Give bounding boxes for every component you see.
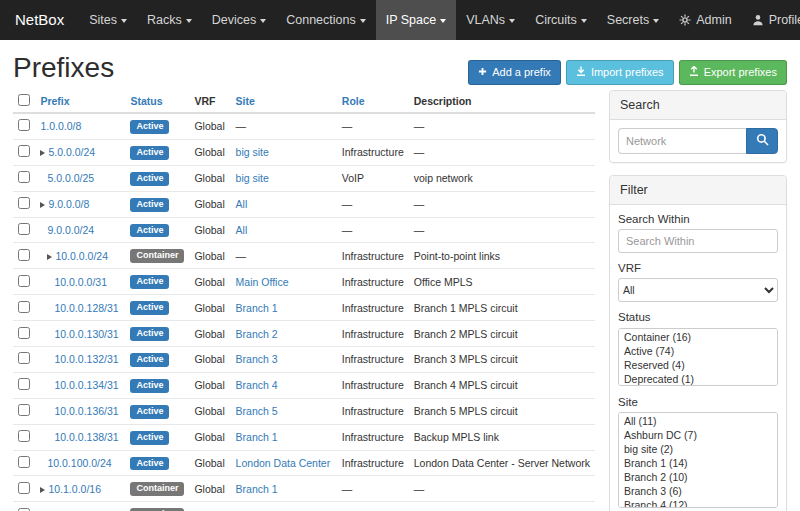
prefix-link[interactable]: 10.1.0.0/16	[48, 483, 101, 495]
filter-option[interactable]: Ashburn DC (7)	[620, 428, 776, 442]
site-select[interactable]: All (11)Ashburn DC (7)big site (2)Branch…	[618, 412, 778, 508]
vrf-cell: Global	[189, 450, 230, 476]
vrf-cell: Global	[189, 424, 230, 450]
vrf-select[interactable]: All	[618, 278, 778, 302]
site-link[interactable]: big site	[236, 146, 269, 158]
filter-option[interactable]: Container (16)	[620, 330, 776, 344]
description-cell: Office MPLS	[409, 269, 595, 295]
import-prefixes-button[interactable]: Import prefixes	[566, 60, 674, 85]
site-link[interactable]: Branch 2	[236, 328, 278, 340]
search-within-label: Search Within	[618, 213, 778, 226]
filter-option[interactable]: Active (74)	[620, 344, 776, 358]
search-panel-heading: Search	[610, 91, 786, 120]
row-checkbox[interactable]	[18, 352, 30, 364]
site-cell: Branch 1	[231, 476, 337, 502]
filter-option[interactable]: Reserved (4)	[620, 358, 776, 372]
row-checkbox[interactable]	[18, 430, 30, 442]
site-link[interactable]: Branch 3	[236, 353, 278, 365]
table-row: 10.0.0.130/31ActiveGlobalBranch 2Infrast…	[13, 321, 595, 347]
prefix-link[interactable]: 10.0.0.136/31	[54, 405, 118, 417]
role-cell: Infrastructure	[337, 398, 409, 424]
site-link[interactable]: Branch 1	[236, 431, 278, 443]
column-header-status[interactable]: Status	[125, 90, 189, 113]
prefix-link[interactable]: 10.0.0.132/31	[54, 353, 118, 365]
prefix-link[interactable]: 10.0.100.0/24	[47, 457, 111, 469]
prefix-link[interactable]: 10.0.0.128/31	[54, 302, 118, 314]
add-prefix-button[interactable]: Add a prefix	[468, 60, 561, 85]
site-link[interactable]: All	[236, 198, 248, 210]
site-link[interactable]: Branch 5	[236, 405, 278, 417]
select-all-checkbox[interactable]	[18, 94, 30, 106]
status-select[interactable]: Container (16)Active (74)Reserved (4)Dep…	[618, 328, 778, 386]
description-cell: Branch 3 MPLS circuit	[409, 347, 595, 373]
site-link[interactable]: Branch 1	[236, 483, 278, 495]
row-checkbox[interactable]	[18, 482, 30, 494]
row-checkbox[interactable]	[18, 456, 30, 468]
row-checkbox[interactable]	[18, 223, 30, 235]
row-checkbox[interactable]	[18, 197, 30, 209]
prefix-link[interactable]: 5.0.0.0/24	[48, 146, 95, 158]
column-header-site[interactable]: Site	[231, 90, 337, 113]
row-checkbox[interactable]	[18, 301, 30, 313]
prefix-link[interactable]: 9.0.0.0/24	[47, 224, 94, 236]
prefix-link[interactable]: 10.0.0.0/31	[54, 276, 107, 288]
description-cell: Branch 5 MPLS circuit	[409, 398, 595, 424]
filter-option[interactable]: Branch 4 (12)	[620, 498, 776, 508]
prefix-link[interactable]: 10.0.0.134/31	[54, 379, 118, 391]
nav-item-sites[interactable]: Sites	[79, 0, 137, 40]
site-link[interactable]: All	[236, 224, 248, 236]
row-checkbox[interactable]	[18, 404, 30, 416]
prefix-link[interactable]: 9.0.0.0/8	[48, 198, 89, 210]
filter-option[interactable]: Branch 3 (6)	[620, 484, 776, 498]
nav-item-secrets[interactable]: Secrets	[597, 0, 669, 40]
app-brand[interactable]: NetBox	[0, 0, 79, 40]
filter-option[interactable]: Branch 2 (10)	[620, 470, 776, 484]
prefix-link[interactable]: 10.0.0.130/31	[54, 328, 118, 340]
caret-down-icon	[186, 19, 192, 23]
export-prefixes-button[interactable]: Export prefixes	[679, 60, 787, 85]
filter-option[interactable]: big site (2)	[620, 442, 776, 456]
select-all-header-cell	[13, 90, 35, 113]
column-header-role[interactable]: Role	[337, 90, 409, 113]
caret-down-icon	[440, 19, 446, 23]
filter-option[interactable]: Branch 1 (14)	[620, 456, 776, 470]
search-within-input[interactable]	[618, 229, 778, 253]
nav-item-devices[interactable]: Devices	[202, 0, 276, 40]
prefix-link[interactable]: 10.0.0.0/24	[55, 250, 108, 262]
row-checkbox[interactable]	[18, 145, 30, 157]
row-checkbox[interactable]	[18, 249, 30, 261]
site-link[interactable]: Main Office	[236, 276, 289, 288]
site-link[interactable]: London Data Center	[236, 457, 331, 469]
vrf-cell: Global	[189, 502, 230, 511]
filter-option[interactable]: Deprecated (1)	[620, 372, 776, 386]
vrf-cell: Global	[189, 295, 230, 321]
site-link[interactable]: Branch 1	[236, 302, 278, 314]
nav-item-admin[interactable]: Admin	[669, 0, 741, 40]
site-link[interactable]: Branch 4	[236, 379, 278, 391]
row-checkbox[interactable]	[18, 171, 30, 183]
row-checkbox[interactable]	[18, 119, 30, 131]
nav-profile-label: Profile	[769, 0, 800, 40]
row-checkbox[interactable]	[18, 275, 30, 287]
description-cell: Point-to-point links	[409, 243, 595, 269]
status-badge: Active	[130, 301, 169, 315]
caret-right-icon	[47, 254, 52, 260]
table-header-row: PrefixStatusVRFSiteRoleDescription	[13, 90, 595, 113]
nav-item-circuits[interactable]: Circuits	[525, 0, 597, 40]
site-label: Site	[618, 396, 778, 409]
site-link[interactable]: big site	[236, 172, 269, 184]
column-header-prefix[interactable]: Prefix	[35, 90, 125, 113]
nav-item-profile[interactable]: Profile	[742, 0, 800, 40]
search-input[interactable]	[618, 128, 746, 154]
nav-item-vlans[interactable]: VLANs	[456, 0, 525, 40]
prefix-link[interactable]: 10.0.0.138/31	[54, 431, 118, 443]
search-button[interactable]	[746, 128, 778, 154]
row-checkbox[interactable]	[18, 378, 30, 390]
nav-item-racks[interactable]: Racks	[137, 0, 202, 40]
nav-item-ip-space[interactable]: IP Space	[376, 0, 457, 40]
prefix-link[interactable]: 1.0.0.0/8	[40, 120, 81, 132]
nav-item-connections[interactable]: Connections	[276, 0, 376, 40]
prefix-link[interactable]: 5.0.0.0/25	[47, 172, 94, 184]
row-checkbox[interactable]	[18, 327, 30, 339]
filter-option[interactable]: All (11)	[620, 414, 776, 428]
